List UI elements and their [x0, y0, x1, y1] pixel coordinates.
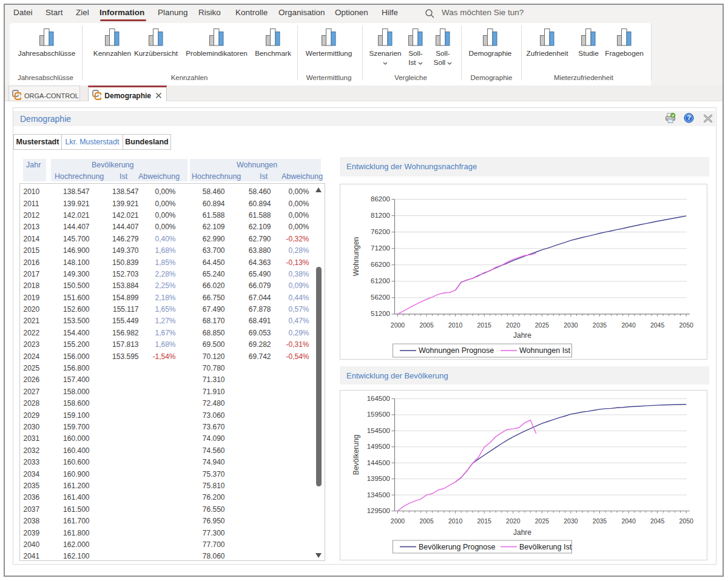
- svg-text:Wohnungen Prognose: Wohnungen Prognose: [419, 346, 494, 355]
- svg-text:Jahre: Jahre: [513, 331, 531, 340]
- svg-text:86200: 86200: [371, 195, 390, 203]
- svg-text:2025: 2025: [535, 321, 550, 329]
- svg-text:149500: 149500: [367, 443, 390, 450]
- svg-text:134500: 134500: [367, 491, 390, 499]
- svg-text:76200: 76200: [371, 228, 390, 235]
- svg-text:66200: 66200: [371, 261, 390, 268]
- svg-text:2045: 2045: [650, 321, 665, 329]
- svg-text:154500: 154500: [367, 427, 390, 434]
- svg-text:2025: 2025: [535, 517, 550, 525]
- svg-text:Bevölkerung Prognose: Bevölkerung Prognose: [419, 543, 496, 551]
- svg-text:2030: 2030: [564, 517, 578, 525]
- svg-text:61200: 61200: [371, 277, 390, 284]
- svg-text:129500: 129500: [367, 507, 390, 514]
- svg-text:2010: 2010: [448, 321, 463, 329]
- svg-text:56200: 56200: [371, 294, 390, 301]
- svg-text:Bevölkerung: Bevölkerung: [352, 435, 360, 475]
- svg-text:?: ?: [687, 114, 691, 121]
- svg-text:2000: 2000: [391, 321, 405, 329]
- svg-text:81200: 81200: [371, 212, 390, 219]
- svg-text:2030: 2030: [564, 321, 578, 329]
- svg-text:2020: 2020: [506, 517, 521, 525]
- svg-text:71200: 71200: [371, 244, 390, 252]
- svg-text:2040: 2040: [621, 517, 636, 525]
- svg-text:Wohnungen: Wohnungen: [352, 237, 360, 277]
- svg-text:2015: 2015: [477, 321, 492, 329]
- svg-text:2045: 2045: [650, 517, 665, 525]
- svg-text:2035: 2035: [593, 517, 607, 525]
- svg-text:2005: 2005: [419, 517, 434, 525]
- svg-text:Jahre: Jahre: [513, 528, 531, 537]
- svg-text:159500: 159500: [367, 411, 390, 418]
- svg-text:164500: 164500: [367, 395, 390, 402]
- svg-text:2050: 2050: [679, 321, 694, 329]
- svg-text:144500: 144500: [367, 459, 390, 466]
- svg-text:2020: 2020: [506, 321, 521, 329]
- svg-text:51200: 51200: [371, 310, 390, 317]
- svg-text:Wohnungen Ist: Wohnungen Ist: [519, 346, 570, 355]
- svg-text:2015: 2015: [477, 517, 492, 525]
- svg-text:2035: 2035: [593, 321, 607, 329]
- svg-text:2050: 2050: [679, 517, 694, 525]
- svg-text:2005: 2005: [419, 321, 434, 329]
- svg-text:2010: 2010: [448, 517, 463, 525]
- svg-text:2000: 2000: [391, 517, 405, 525]
- svg-text:2040: 2040: [621, 321, 636, 329]
- svg-text:139500: 139500: [367, 475, 390, 482]
- svg-text:Bevölkerung Ist: Bevölkerung Ist: [519, 543, 572, 551]
